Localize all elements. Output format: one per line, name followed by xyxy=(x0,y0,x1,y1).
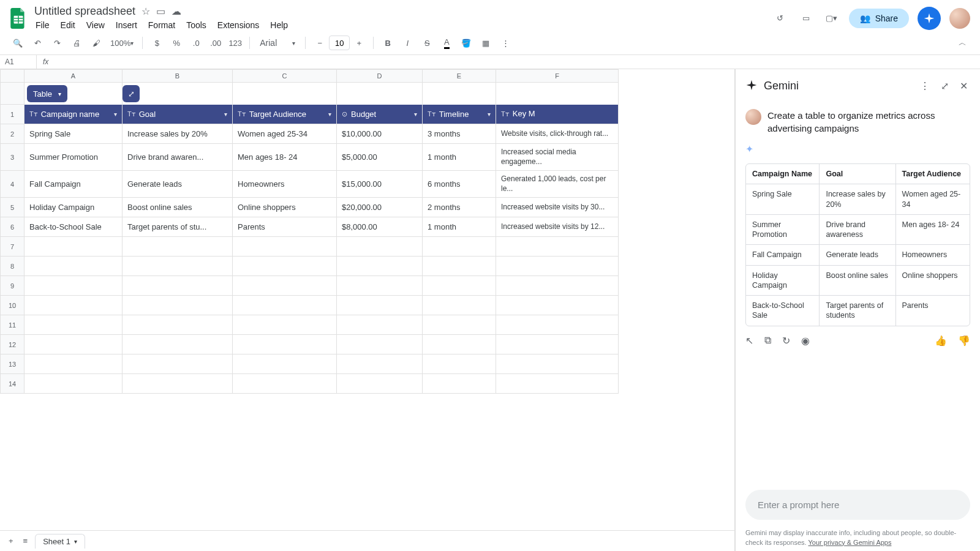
insert-icon[interactable]: ↖ xyxy=(745,335,753,347)
cell[interactable] xyxy=(24,296,123,315)
search-menus-icon[interactable]: 🔍 xyxy=(10,35,26,51)
col-header[interactable]: B xyxy=(123,69,233,83)
cloud-status-icon[interactable]: ☁ xyxy=(172,6,181,17)
cell[interactable] xyxy=(123,354,233,374)
cell[interactable]: $10,000.00 xyxy=(337,124,423,144)
cell[interactable] xyxy=(123,374,233,394)
menu-view[interactable]: View xyxy=(85,19,106,31)
cell[interactable] xyxy=(423,354,496,374)
cell[interactable] xyxy=(423,315,496,335)
cell[interactable] xyxy=(337,276,423,296)
cell[interactable]: Increased social media engageme... xyxy=(496,144,619,171)
cell[interactable]: Holiday Campaign xyxy=(24,198,123,217)
cell[interactable] xyxy=(496,315,619,335)
cell[interactable] xyxy=(24,335,123,354)
currency-icon[interactable]: $ xyxy=(149,35,165,51)
cell[interactable]: Men ages 18- 24 xyxy=(233,144,337,171)
percent-icon[interactable]: % xyxy=(168,35,184,51)
column-header-campaign[interactable]: TᴛCampaign name▾ xyxy=(29,110,117,119)
collapse-toolbar-icon[interactable]: ︿ xyxy=(954,35,970,51)
cell[interactable] xyxy=(123,335,233,354)
cell[interactable]: Generated 1,000 leads, cost per le... xyxy=(496,171,619,198)
move-icon[interactable]: ▭ xyxy=(156,6,165,17)
row-header[interactable]: 8 xyxy=(0,257,24,276)
row-header[interactable]: 3 xyxy=(0,144,24,171)
gemini-prompt-input[interactable]: Enter a prompt here xyxy=(745,490,970,520)
cell[interactable]: Women aged 25-34 xyxy=(233,124,337,144)
borders-icon[interactable]: ▦ xyxy=(478,35,494,51)
col-header[interactable]: E xyxy=(423,69,496,83)
cell[interactable] xyxy=(233,335,337,354)
row-header[interactable]: 5 xyxy=(0,198,24,217)
copy-icon[interactable]: ⧉ xyxy=(764,335,771,346)
cell[interactable]: 1 month xyxy=(423,144,496,171)
cell[interactable] xyxy=(24,315,123,335)
cell[interactable]: Boost online sales xyxy=(123,198,233,217)
font-size-input[interactable] xyxy=(329,36,350,50)
menu-insert[interactable]: Insert xyxy=(115,19,138,31)
menu-format[interactable]: Format xyxy=(147,19,176,31)
cell[interactable]: Target parents of stu... xyxy=(123,217,233,237)
add-sheet-icon[interactable]: + xyxy=(6,535,16,547)
decrease-font-icon[interactable]: − xyxy=(312,35,328,51)
cell[interactable]: Increase sales by 20% xyxy=(123,124,233,144)
cell[interactable] xyxy=(337,257,423,276)
name-box[interactable]: A1 xyxy=(0,55,37,69)
gemini-expand-icon[interactable]: ⤢ xyxy=(938,78,951,94)
column-header-audience[interactable]: TᴛTarget Audience▾ xyxy=(238,110,331,119)
cell[interactable] xyxy=(24,374,123,394)
cell[interactable]: Online shoppers xyxy=(233,198,337,217)
cell[interactable] xyxy=(423,374,496,394)
text-color-icon[interactable]: A xyxy=(439,35,454,51)
formula-bar[interactable] xyxy=(55,59,980,64)
menu-file[interactable]: File xyxy=(34,19,51,31)
row-header[interactable]: 2 xyxy=(0,124,24,144)
disclaimer-link[interactable]: Your privacy & Gemini Apps xyxy=(809,539,892,546)
redo-icon[interactable]: ↷ xyxy=(49,35,65,51)
share-button[interactable]: 👥 Share xyxy=(849,9,909,28)
cell[interactable]: Website visits, click-through rat... xyxy=(496,124,619,144)
cell[interactable]: $8,000.00 xyxy=(337,217,423,237)
cell[interactable] xyxy=(233,374,337,394)
cell[interactable] xyxy=(123,257,233,276)
column-header-budget[interactable]: ⊙Budget▾ xyxy=(342,110,417,119)
thumbs-down-icon[interactable]: 👎 xyxy=(958,335,970,347)
cell[interactable]: Increased website visits by 30... xyxy=(496,198,619,217)
cell[interactable]: $20,000.00 xyxy=(337,198,423,217)
column-header-timeline[interactable]: TᴛTimeline▾ xyxy=(428,110,491,119)
column-header-keym[interactable]: TᴛKey M xyxy=(501,109,613,119)
cell[interactable] xyxy=(423,276,496,296)
gemini-more-icon[interactable]: ⋮ xyxy=(918,78,932,94)
menu-edit[interactable]: Edit xyxy=(59,19,77,31)
all-sheets-icon[interactable]: ≡ xyxy=(21,535,31,547)
strikethrough-icon[interactable]: S xyxy=(419,35,435,51)
history-icon[interactable]: ↺ xyxy=(772,10,789,27)
cell[interactable] xyxy=(24,237,123,257)
cell[interactable] xyxy=(496,237,619,257)
cell[interactable] xyxy=(423,257,496,276)
cell[interactable]: 1 month xyxy=(423,217,496,237)
cell[interactable]: 3 months xyxy=(423,124,496,144)
cell[interactable]: Spring Sale xyxy=(24,124,123,144)
column-header-goal[interactable]: TᴛGoal▾ xyxy=(127,110,227,119)
print-icon[interactable]: 🖨 xyxy=(69,35,85,51)
table-expand-icon[interactable]: ⤢ xyxy=(123,85,140,102)
table-chip[interactable]: Table ▾ xyxy=(27,85,67,102)
cell[interactable] xyxy=(496,354,619,374)
row-header[interactable]: 10 xyxy=(0,296,24,315)
cell[interactable]: Drive brand awaren... xyxy=(123,144,233,171)
cell[interactable] xyxy=(337,315,423,335)
cell[interactable] xyxy=(337,374,423,394)
cell[interactable]: Increased website visits by 12... xyxy=(496,217,619,237)
cell[interactable]: Generate leads xyxy=(123,171,233,198)
cell[interactable] xyxy=(233,237,337,257)
cell[interactable] xyxy=(233,257,337,276)
menu-tools[interactable]: Tools xyxy=(185,19,208,31)
row-header[interactable]: 1 xyxy=(0,105,24,124)
cell[interactable] xyxy=(496,296,619,315)
cell[interactable]: Fall Campaign xyxy=(24,171,123,198)
cell[interactable]: Parents xyxy=(233,217,337,237)
sheet-tab[interactable]: Sheet 1 ▾ xyxy=(35,534,85,549)
cell[interactable] xyxy=(233,315,337,335)
row-header[interactable]: 12 xyxy=(0,335,24,354)
